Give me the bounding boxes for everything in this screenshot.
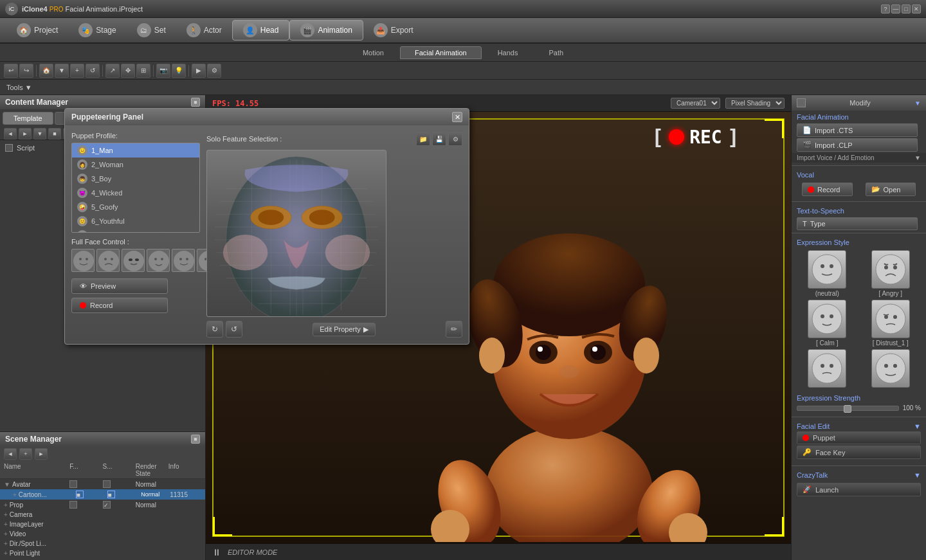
prop-s-check[interactable] bbox=[103, 501, 111, 509]
puppet-button[interactable]: Puppet bbox=[797, 431, 921, 444]
tb-scale[interactable]: ⊞ bbox=[136, 64, 150, 78]
expr-6[interactable] bbox=[860, 349, 921, 389]
import-cts-button[interactable]: 📄 Import .CTS bbox=[797, 123, 918, 137]
open-button[interactable]: 📂 Open bbox=[866, 183, 916, 196]
tb-redo[interactable]: ↪ bbox=[19, 64, 33, 78]
expr-calm[interactable]: [ Calm ] bbox=[797, 300, 858, 347]
strength-slider[interactable] bbox=[797, 406, 899, 411]
rotate-left-btn[interactable]: ↻ bbox=[206, 321, 223, 338]
prop-f-check[interactable] bbox=[69, 501, 77, 509]
sm-row-camera[interactable]: + Camera bbox=[0, 510, 205, 519]
avatar-f-check[interactable] bbox=[69, 480, 77, 488]
expand-video[interactable]: + bbox=[4, 530, 8, 537]
profile-3boy[interactable]: 👦 3_Boy bbox=[72, 172, 199, 186]
profile-6youthful[interactable]: 😊 6_Youthful bbox=[72, 214, 199, 228]
solo-save-btn[interactable]: 💾 bbox=[432, 132, 446, 146]
profile-2woman[interactable]: 👩 2_Woman bbox=[72, 158, 199, 172]
help-button[interactable]: ? bbox=[881, 5, 890, 14]
cartoon-s-check[interactable]: ■ bbox=[107, 491, 115, 498]
sm-tb-next[interactable]: ► bbox=[35, 448, 48, 460]
profile-4wicked[interactable]: 😈 4_Wicked bbox=[72, 186, 199, 200]
sm-row-pointlight[interactable]: + Point Light bbox=[0, 548, 205, 558]
crazytalk-header[interactable]: CrazyTalk ▼ bbox=[792, 469, 926, 482]
launch-button[interactable]: 🚀 Launch bbox=[797, 483, 921, 496]
script-checkbox[interactable] bbox=[5, 144, 13, 152]
sm-row-cartoon[interactable]: + Cartoon... ■ ■ Normal 11315 bbox=[0, 489, 205, 500]
close-button[interactable]: ✕ bbox=[912, 5, 921, 14]
face-canvas[interactable] bbox=[206, 150, 386, 317]
expand-cartoon[interactable]: + bbox=[13, 491, 17, 498]
expand-camera[interactable]: + bbox=[4, 511, 8, 518]
expand-dirspot[interactable]: + bbox=[4, 540, 8, 547]
sm-row-dirspot[interactable]: + Dir./Spot Li... bbox=[0, 539, 205, 548]
edit-property-button[interactable]: Edit Property ▶ bbox=[313, 323, 376, 336]
profile-1man[interactable]: 😐 1_Man bbox=[72, 143, 199, 158]
face-thumb-2[interactable] bbox=[96, 249, 120, 272]
tb-rotate[interactable]: ↺ bbox=[86, 64, 100, 78]
tb-light[interactable]: 💡 bbox=[172, 64, 186, 78]
content-manager-close[interactable]: ■ bbox=[191, 98, 200, 107]
sm-row-avatar[interactable]: ▼ Avatar Normal bbox=[0, 479, 205, 489]
tb-down[interactable]: ▼ bbox=[55, 64, 69, 78]
tb-render[interactable]: ▶ bbox=[192, 64, 206, 78]
preview-button[interactable]: 👁 Preview bbox=[71, 278, 168, 294]
avatar-s-check[interactable] bbox=[103, 480, 111, 488]
profile-7attractive[interactable]: 😍 7_Attractive bbox=[72, 228, 199, 233]
expr-distrust[interactable]: [ Distrust_1 ] bbox=[860, 300, 921, 347]
puppet-panel-close[interactable]: ✕ bbox=[452, 112, 462, 122]
minimize-button[interactable]: — bbox=[891, 5, 900, 14]
expr-neutral[interactable]: (neutral) bbox=[797, 250, 858, 297]
expand-imagelayer[interactable]: + bbox=[4, 521, 8, 528]
nav-stage[interactable]: 🎭 Stage bbox=[68, 21, 126, 40]
cm-tb-btn3[interactable]: ▼ bbox=[33, 128, 46, 140]
import-voice-button[interactable]: Import Voice / Add Emotion ▼ bbox=[792, 153, 926, 163]
face-thumb-4[interactable] bbox=[147, 249, 170, 272]
sm-tb-add[interactable]: + bbox=[19, 448, 32, 460]
tb-home[interactable]: 🏠 bbox=[39, 64, 53, 78]
record-button[interactable]: Record bbox=[802, 183, 853, 196]
expand-pointlight[interactable]: + bbox=[4, 550, 8, 557]
pencil-btn[interactable]: ✏ bbox=[446, 321, 462, 338]
import-clp-button[interactable]: 🎬 Import .CLP bbox=[797, 138, 918, 152]
expand-prop[interactable]: + bbox=[4, 501, 8, 509]
tab-path[interactable]: Path bbox=[534, 46, 578, 59]
sm-tb-prev[interactable]: ◄ bbox=[4, 448, 17, 460]
tab-motion[interactable]: Motion bbox=[348, 46, 399, 59]
nav-export[interactable]: 📤 Export bbox=[363, 21, 424, 40]
face-key-button[interactable]: 🔑 Face Key bbox=[797, 446, 921, 459]
reset-btn[interactable]: ↺ bbox=[226, 321, 242, 338]
sm-row-video[interactable]: + Video bbox=[0, 529, 205, 539]
nav-animation[interactable]: 🎬 Animation bbox=[289, 20, 363, 41]
type-button[interactable]: T Type bbox=[797, 217, 918, 230]
cm-tb-btn1[interactable]: ◄ bbox=[4, 128, 17, 140]
tb-select[interactable]: ↗ bbox=[105, 64, 120, 78]
expr-5[interactable] bbox=[797, 349, 858, 389]
modify-checkbox[interactable] bbox=[797, 98, 806, 107]
cm-tab-template[interactable]: Template bbox=[3, 112, 53, 125]
facial-edit-header[interactable]: Facial Edit ▼ bbox=[797, 422, 921, 430]
nav-project[interactable]: 🏠 Project bbox=[6, 21, 68, 40]
cm-tb-btn2[interactable]: ► bbox=[19, 128, 32, 140]
tb-camera[interactable]: 📷 bbox=[156, 64, 170, 78]
tools-label[interactable]: Tools ▼ bbox=[6, 84, 32, 91]
camera-select[interactable]: Camera01 bbox=[671, 98, 720, 109]
pause-indicator[interactable]: ⏸ bbox=[212, 547, 221, 557]
puppet-panel-header[interactable]: Puppeteering Panel ✕ bbox=[65, 109, 469, 125]
nav-actor[interactable]: 🚶 Actor bbox=[176, 21, 232, 40]
expand-avatar[interactable]: ▼ bbox=[4, 481, 10, 488]
maximize-button[interactable]: □ bbox=[902, 5, 911, 14]
sm-row-prop[interactable]: + Prop Normal bbox=[0, 500, 205, 510]
tb-settings[interactable]: ⚙ bbox=[207, 64, 221, 78]
modify-expand[interactable]: ▼ bbox=[914, 100, 921, 107]
scene-manager-close[interactable]: ■ bbox=[191, 435, 200, 444]
tab-facial-animation[interactable]: Facial Animation bbox=[400, 46, 482, 59]
tb-move[interactable]: ✥ bbox=[121, 64, 135, 78]
cartoon-f-check[interactable]: ■ bbox=[76, 491, 84, 498]
solo-folder-btn[interactable]: 📁 bbox=[416, 132, 430, 146]
tb-undo[interactable]: ↩ bbox=[4, 64, 18, 78]
puppet-record-button[interactable]: Record bbox=[71, 298, 168, 313]
sm-row-imagelayer[interactable]: + ImageLayer bbox=[0, 519, 205, 529]
solo-settings-btn[interactable]: ⚙ bbox=[448, 132, 462, 146]
strength-thumb[interactable] bbox=[844, 405, 851, 413]
face-thumb-5[interactable] bbox=[172, 249, 195, 272]
